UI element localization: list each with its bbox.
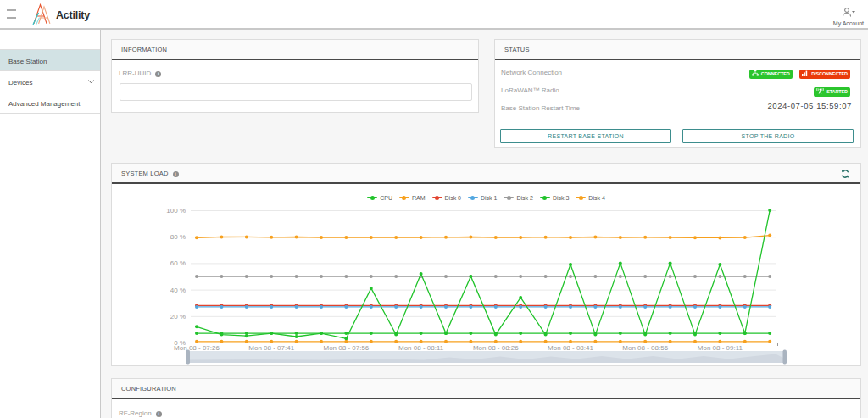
svg-text:40 %: 40 % [170,287,186,294]
svg-text:Mon 08 - 09:11: Mon 08 - 09:11 [698,344,743,352]
svg-text:60 %: 60 % [170,259,186,267]
svg-text:Mon 08 - 08:56: Mon 08 - 08:56 [622,344,668,352]
svg-text:Mon 08 - 07:41: Mon 08 - 07:41 [248,344,294,352]
svg-text:Mon 08 - 08:11: Mon 08 - 08:11 [398,344,444,352]
svg-text:Mon 08 - 07:26: Mon 08 - 07:26 [174,344,220,352]
svg-text:Mon 08 - 08:26: Mon 08 - 08:26 [473,344,519,352]
svg-text:Mon 08 - 07:56: Mon 08 - 07:56 [323,344,369,352]
svg-text:100 %: 100 % [166,207,186,215]
svg-text:80 %: 80 % [170,233,186,241]
svg-text:Mon 08 - 08:41: Mon 08 - 08:41 [548,344,593,352]
svg-text:20 %: 20 % [170,313,186,320]
